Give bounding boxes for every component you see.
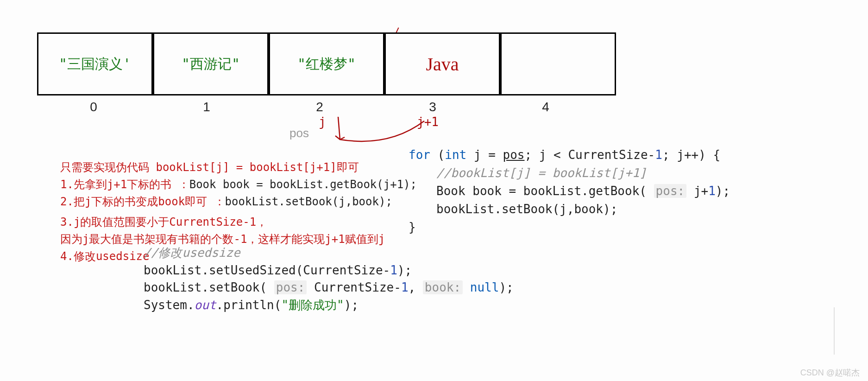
code-cleanup-line-1: bookList.setUsedSized(CurrentSize-1); <box>144 262 514 279</box>
watermark: CSDN @赵喏杰 <box>800 367 860 378</box>
code-for-body-2: Book book = bookList.getBook( pos: j+1); <box>409 182 730 200</box>
annotation-pos: pos <box>289 126 309 140</box>
explain-line-2: 2.把j下标的书变成book即可 ：bookList.setBook(j,boo… <box>60 193 417 210</box>
gutter-bar <box>834 307 835 355</box>
index-2: 2 <box>263 100 376 114</box>
explain-line-3: 3.j的取值范围要小于CurrentSize-1， <box>60 214 417 231</box>
array-cell-2: "红楼梦" <box>269 32 384 95</box>
code-for-loop: for (int j = pos; j < CurrentSize-1; j++… <box>409 146 730 236</box>
index-4: 4 <box>489 100 602 114</box>
annotation-j-plus-1: j+1 <box>417 115 439 129</box>
explain-line-0: 只需要实现伪代码 bookList[j] = bookList[j+1]即可 <box>60 159 417 176</box>
array-cell-4 <box>500 32 616 95</box>
array-cell-0: "三国演义' <box>37 32 153 95</box>
diagram-canvas: "三国演义' "西游记" "红楼梦" Java 0 1 2 3 4 j j+1 … <box>0 0 868 381</box>
code-cleanup-comment: //修改usedsize <box>144 244 514 262</box>
array-cell-3: Java <box>384 32 500 95</box>
code-for-body-1: //bookList[j] = bookList[j+1] <box>409 164 730 182</box>
array-cell-1: "西游记" <box>153 32 269 95</box>
code-for-body-3: bookList.setBook(j,book); <box>409 200 730 218</box>
explain-line-1: 1.先拿到j+1下标的书 ：Book book = bookList.getBo… <box>60 176 417 193</box>
code-cleanup-line-2: bookList.setBook( pos: CurrentSize-1, bo… <box>144 279 514 297</box>
index-0: 0 <box>37 100 150 114</box>
code-cleanup: //修改usedsize bookList.setUsedSized(Curre… <box>144 244 514 314</box>
code-for-footer: } <box>409 218 730 236</box>
index-3: 3 <box>376 100 489 114</box>
array-cells: "三国演义' "西游记" "红楼梦" Java <box>37 32 616 95</box>
annotation-j: j <box>319 115 326 129</box>
code-cleanup-line-3: System.out.println("删除成功"); <box>144 297 514 314</box>
index-1: 1 <box>150 100 263 114</box>
code-for-header: for (int j = pos; j < CurrentSize-1; j++… <box>409 146 730 164</box>
